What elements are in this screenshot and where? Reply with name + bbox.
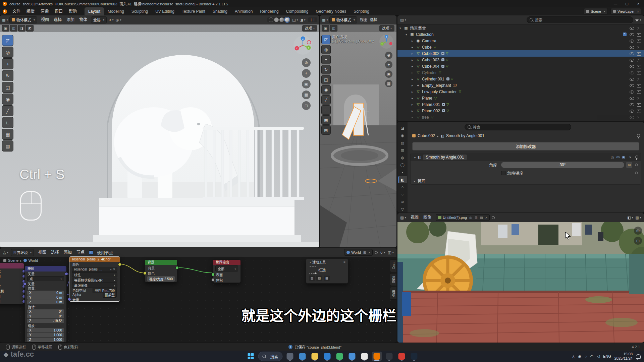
hide-eye-toggle[interactable] bbox=[629, 70, 635, 75]
outliner-row[interactable]: Cube.004 bbox=[397, 63, 644, 69]
editor-type-icon[interactable]: ◬ bbox=[3, 249, 9, 255]
select-set-icon[interactable]: ▣ bbox=[2, 25, 9, 32]
navigation-gizmo[interactable]: Z X Y bbox=[293, 36, 313, 55]
workspace-tab[interactable]: Sculpting bbox=[128, 7, 152, 15]
outliner-row[interactable]: Plane bbox=[397, 95, 644, 101]
render-visibility-toggle[interactable] bbox=[637, 39, 642, 43]
outliner-row[interactable]: Plane.002 bbox=[397, 108, 644, 114]
camera-view-icon[interactable]: ▣ bbox=[385, 70, 392, 78]
tool-button[interactable]: ∟ bbox=[2, 117, 13, 128]
tool-button[interactable]: ▦ bbox=[321, 115, 331, 125]
mode-dropdown[interactable]: 物体模式 bbox=[9, 16, 37, 23]
node-row[interactable]: 窗口 × bbox=[0, 294, 24, 299]
close-button[interactable]: × bbox=[633, 0, 644, 7]
render-toggle-icon[interactable]: ▣ bbox=[622, 155, 625, 159]
shader-menu-item[interactable]: 添加 bbox=[61, 249, 74, 256]
select-set-icon[interactable]: ▣ bbox=[322, 25, 329, 32]
node-row[interactable]: 旋转: × bbox=[25, 305, 66, 309]
shader-menu-item[interactable]: 选择 bbox=[49, 249, 61, 256]
node-row[interactable]: 反射 × bbox=[0, 299, 24, 304]
snap-magnet-icon[interactable]: ∪ bbox=[108, 17, 114, 23]
node-row[interactable]: 生成 × bbox=[0, 268, 24, 274]
panel-menu-icon[interactable]: ≡ bbox=[343, 260, 345, 264]
taskbar-app[interactable] bbox=[322, 352, 332, 361]
editor-type-icon[interactable]: ▦ bbox=[322, 17, 328, 23]
properties-tab[interactable]: ∴ bbox=[398, 184, 407, 190]
use-nodes-checkbox[interactable] bbox=[89, 250, 93, 255]
select-intersect-icon[interactable]: ◩ bbox=[26, 25, 34, 32]
node-row[interactable]: Z1.000 × bbox=[27, 338, 64, 342]
render-visibility-toggle[interactable] bbox=[637, 51, 642, 56]
object-name[interactable]: Collection bbox=[416, 32, 434, 37]
hide-eye-toggle[interactable] bbox=[629, 51, 635, 56]
properties-tab[interactable]: ◍ bbox=[398, 154, 407, 161]
camera-view-icon[interactable]: ▣ bbox=[302, 80, 311, 88]
image-menu-item[interactable]: 视图 bbox=[408, 214, 421, 221]
render-visibility-toggle[interactable] bbox=[637, 109, 642, 113]
object-name[interactable]: Plane.002 bbox=[422, 109, 440, 113]
disclosure-icon[interactable] bbox=[412, 65, 416, 68]
tool-button[interactable]: ◱ bbox=[2, 82, 13, 93]
socket[interactable] bbox=[143, 272, 147, 275]
render-visibility-toggle[interactable] bbox=[637, 96, 642, 101]
node-row[interactable]: 强度/力度2.500 × bbox=[147, 276, 175, 282]
viewport-3d-main[interactable]: ▦ 物体模式 视图选择添加物体 全局 ∪ ◎ ◫ ◨ ❘❘ bbox=[0, 15, 319, 247]
render-visibility-toggle[interactable] bbox=[637, 89, 642, 94]
taskbar-clock[interactable]: 15:08 2025/11/24 bbox=[614, 352, 633, 361]
render-visibility-toggle[interactable] bbox=[637, 102, 642, 107]
workspace-tab[interactable]: Compositing bbox=[282, 7, 312, 15]
hide-eye-toggle[interactable] bbox=[629, 89, 635, 94]
overlays-toggle-icon[interactable]: ◫ bbox=[292, 17, 298, 23]
tool-button[interactable]: ◎ bbox=[321, 45, 331, 54]
manage-subpanel[interactable]: 管理 bbox=[411, 177, 641, 184]
unlink-viewlayer-icon[interactable]: × bbox=[636, 10, 639, 13]
object-name[interactable]: Plane.001 bbox=[422, 102, 440, 107]
object-name[interactable]: Cube.004 bbox=[422, 64, 439, 69]
shader-editor[interactable]: ◬ 世界环境 视图选择添加节点 使用节点 World ⊞ × ∪ ◫ Scene bbox=[0, 248, 396, 343]
properties-search-input[interactable]: 搜索 bbox=[465, 124, 571, 130]
tool-button[interactable]: ◸ bbox=[321, 35, 331, 44]
object-name[interactable]: Low poly Character bbox=[422, 89, 457, 94]
unlink-image-icon[interactable]: × bbox=[484, 216, 487, 220]
object-name[interactable]: Empty_elephant bbox=[422, 83, 451, 88]
viewport-menu-item[interactable]: 视图 bbox=[39, 16, 51, 23]
hide-eye-toggle[interactable] bbox=[629, 102, 635, 107]
active-tool-panel[interactable]: 活动工具 ≡ 框选 ▧ ▨ ▩ bbox=[306, 258, 348, 284]
socket[interactable] bbox=[175, 266, 179, 269]
menu-item[interactable]: 窗口 bbox=[52, 8, 66, 15]
outliner-row[interactable]: Low poly Character bbox=[397, 88, 644, 95]
filter-icon[interactable] bbox=[635, 17, 641, 23]
select-extend-icon[interactable]: ◫ bbox=[330, 25, 337, 32]
editor-type-icon[interactable]: ▦ bbox=[2, 17, 8, 23]
workspace-tab[interactable]: Scripting bbox=[350, 7, 373, 15]
properties-tab[interactable]: ⊃ bbox=[398, 198, 407, 205]
node-row[interactable]: 矢量 × bbox=[25, 272, 66, 276]
close-modifier-icon[interactable]: × bbox=[627, 154, 633, 160]
pause-render-button[interactable]: ❘❘ bbox=[308, 17, 317, 22]
workspace-tab[interactable]: Modeling bbox=[104, 7, 128, 15]
properties-tab[interactable]: ◌ bbox=[398, 191, 407, 198]
animate-dot[interactable] bbox=[635, 172, 638, 174]
viewport-menu-item[interactable]: 选择 bbox=[369, 16, 379, 23]
node-header[interactable]: 世界输出 bbox=[213, 260, 240, 265]
node-row[interactable]: Y0 m × bbox=[27, 295, 64, 300]
node-header[interactable] bbox=[0, 263, 24, 268]
zoom-icon[interactable]: ⊕ bbox=[385, 52, 392, 59]
node-background[interactable]: 背景 背景 × 颜色 × bbox=[145, 259, 177, 282]
lock-icon[interactable]: ◻ bbox=[302, 101, 311, 110]
zoom-in-icon[interactable]: ⊕ bbox=[634, 227, 642, 235]
sidebar-tab[interactable]: 节点 bbox=[390, 259, 396, 272]
node-row[interactable]: 摄像机 × bbox=[0, 289, 24, 294]
node-row[interactable]: X0° × bbox=[27, 309, 64, 314]
options-dropdown[interactable]: 选项 bbox=[302, 25, 317, 32]
xray-toggle-icon[interactable]: ◨ bbox=[300, 17, 306, 23]
copy-world-icon[interactable]: ⊞ bbox=[362, 251, 366, 254]
socket[interactable] bbox=[211, 278, 215, 282]
shading-solid-icon[interactable] bbox=[274, 17, 279, 22]
node-row[interactable]: 颜色 × bbox=[69, 262, 120, 266]
render-visibility-toggle[interactable] bbox=[637, 45, 642, 50]
node-environment-texture[interactable]: rosendal_plains_2_4k.hdr 颜色 × rosendal_p… bbox=[69, 256, 120, 302]
properties-tab[interactable]: ◧ bbox=[398, 176, 407, 183]
tool-button[interactable]: + bbox=[2, 58, 13, 69]
render-visibility-toggle[interactable] bbox=[637, 32, 642, 37]
